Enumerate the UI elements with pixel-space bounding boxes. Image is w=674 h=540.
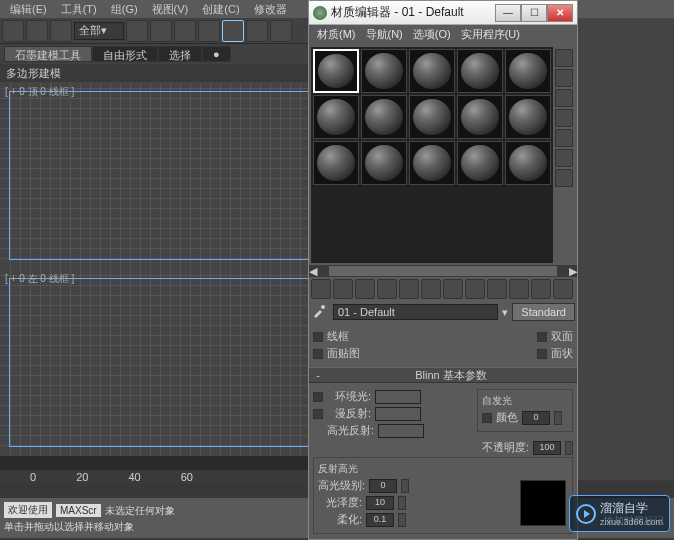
spinner-icon[interactable] xyxy=(565,441,573,455)
tool-select[interactable] xyxy=(126,20,148,42)
sample-slot[interactable] xyxy=(505,49,551,93)
go-forward-button[interactable] xyxy=(553,279,573,299)
reset-map-button[interactable] xyxy=(377,279,397,299)
menu-options[interactable]: 选项(O) xyxy=(409,27,455,43)
ambient-lock[interactable] xyxy=(313,392,323,402)
sample-slot[interactable] xyxy=(505,141,551,185)
background-button[interactable] xyxy=(555,89,573,107)
assign-to-selection-button[interactable] xyxy=(355,279,375,299)
tool-scale[interactable] xyxy=(270,20,292,42)
selfillum-color-checkbox[interactable] xyxy=(482,413,492,423)
menu-view[interactable]: 视图(V) xyxy=(146,2,195,16)
sample-slot-1[interactable] xyxy=(313,49,359,93)
faceted-checkbox[interactable] xyxy=(537,349,547,359)
sample-scrollbar[interactable]: ◀▶ xyxy=(309,265,577,277)
sample-uv-button[interactable] xyxy=(555,109,573,127)
sample-slot[interactable] xyxy=(457,49,503,93)
viewport-top[interactable]: [ + 0 顶 0 线框 ] xyxy=(0,82,337,269)
backlight-button[interactable] xyxy=(555,69,573,87)
sample-slot[interactable] xyxy=(505,95,551,139)
material-editor-titlebar[interactable]: 材质编辑器 - 01 - Default — ☐ ✕ xyxy=(309,1,577,25)
material-type-button[interactable]: Standard xyxy=(512,303,575,321)
sample-slot[interactable] xyxy=(313,141,359,185)
spinner-icon[interactable] xyxy=(398,513,406,527)
specular-swatch[interactable] xyxy=(378,424,424,438)
menu-create[interactable]: 创建(C) xyxy=(196,2,245,16)
maximize-button[interactable]: ☐ xyxy=(521,4,547,22)
sphere-icon xyxy=(413,53,451,89)
put-to-library-button[interactable] xyxy=(443,279,463,299)
sample-slot[interactable] xyxy=(361,49,407,93)
tool-select-name[interactable] xyxy=(150,20,172,42)
options-button[interactable] xyxy=(555,169,573,187)
blinn-rollup-header[interactable]: -Blinn 基本参数 xyxy=(309,367,577,383)
menu-utilities[interactable]: 实用程序(U) xyxy=(457,27,524,43)
tab-selection[interactable]: 选择 xyxy=(158,46,202,62)
tab-dot[interactable]: ● xyxy=(202,46,231,62)
menu-tools[interactable]: 工具(T) xyxy=(55,2,103,16)
sample-type-button[interactable] xyxy=(555,49,573,67)
close-button[interactable]: ✕ xyxy=(547,4,573,22)
minimize-button[interactable]: — xyxy=(495,4,521,22)
tool-link[interactable] xyxy=(50,20,72,42)
sample-slot[interactable] xyxy=(313,95,359,139)
show-end-result-button[interactable] xyxy=(509,279,529,299)
material-name-field[interactable]: 01 - Default xyxy=(333,304,498,320)
ambient-swatch[interactable] xyxy=(375,390,421,404)
sample-slot[interactable] xyxy=(457,141,503,185)
two-sided-checkbox[interactable] xyxy=(537,332,547,342)
tool-move[interactable] xyxy=(222,20,244,42)
video-check-button[interactable] xyxy=(555,129,573,147)
go-to-parent-button[interactable] xyxy=(531,279,551,299)
selfillum-value[interactable]: 0 xyxy=(522,411,550,425)
viewport-label-top[interactable]: [ + 0 顶 0 线框 ] xyxy=(5,85,74,99)
make-copy-button[interactable] xyxy=(399,279,419,299)
tool-select-region[interactable] xyxy=(174,20,196,42)
menu-navigation[interactable]: 导航(N) xyxy=(362,27,407,43)
show-in-viewport-button[interactable] xyxy=(487,279,507,299)
tab-graphite[interactable]: 石墨建模工具 xyxy=(4,46,92,62)
sample-slot[interactable] xyxy=(409,49,455,93)
maxscript-tag[interactable]: MAXScr xyxy=(56,504,101,517)
sample-slot[interactable] xyxy=(409,95,455,139)
spec-level-value[interactable]: 0 xyxy=(369,479,397,493)
watermark: 溜溜自学 zixue.3d66.com xyxy=(569,495,670,532)
frame-60: 60 xyxy=(181,471,193,483)
tool-redo[interactable] xyxy=(26,20,48,42)
diffuse-lock[interactable] xyxy=(313,409,323,419)
face-map-checkbox[interactable] xyxy=(313,349,323,359)
put-to-scene-button[interactable] xyxy=(333,279,353,299)
sample-slot[interactable] xyxy=(361,141,407,185)
get-material-button[interactable] xyxy=(311,279,331,299)
wire-checkbox[interactable] xyxy=(313,332,323,342)
sample-slot[interactable] xyxy=(457,95,503,139)
diffuse-swatch[interactable] xyxy=(375,407,421,421)
viewport-left[interactable]: [ + 0 左 0 线框 ] xyxy=(0,269,337,456)
soften-value[interactable]: 0.1 xyxy=(366,513,394,527)
dropdown-icon[interactable]: ▾ xyxy=(502,306,508,319)
sample-slot[interactable] xyxy=(409,141,455,185)
spinner-icon[interactable] xyxy=(554,411,562,425)
pick-material-button[interactable] xyxy=(311,303,329,321)
menu-edit[interactable]: 编辑(E) xyxy=(4,2,53,16)
menu-modifiers[interactable]: 修改器 xyxy=(248,2,293,16)
opacity-value[interactable]: 100 xyxy=(533,441,561,455)
shader-basic-panel: 线框 双面 面贴图 面状 xyxy=(309,323,577,367)
make-unique-button[interactable] xyxy=(421,279,441,299)
polymodel-label[interactable]: 多边形建模 xyxy=(6,66,61,81)
selection-filter[interactable]: 全部▾ xyxy=(74,22,124,40)
tab-freeform[interactable]: 自由形式 xyxy=(92,46,158,62)
spinner-icon[interactable] xyxy=(398,496,406,510)
menu-material[interactable]: 材质(M) xyxy=(313,27,360,43)
preview-button[interactable] xyxy=(555,149,573,167)
tool-undo[interactable] xyxy=(2,20,24,42)
glossiness-value[interactable]: 10 xyxy=(366,496,394,510)
sample-slot[interactable] xyxy=(361,95,407,139)
menu-group[interactable]: 组(G) xyxy=(105,2,144,16)
viewport-label-left[interactable]: [ + 0 左 0 线框 ] xyxy=(5,272,74,286)
spinner-icon[interactable] xyxy=(401,479,409,493)
tool-window-crossing[interactable] xyxy=(198,20,220,42)
tool-rotate[interactable] xyxy=(246,20,268,42)
command-panel[interactable] xyxy=(578,18,674,480)
material-id-button[interactable] xyxy=(465,279,485,299)
